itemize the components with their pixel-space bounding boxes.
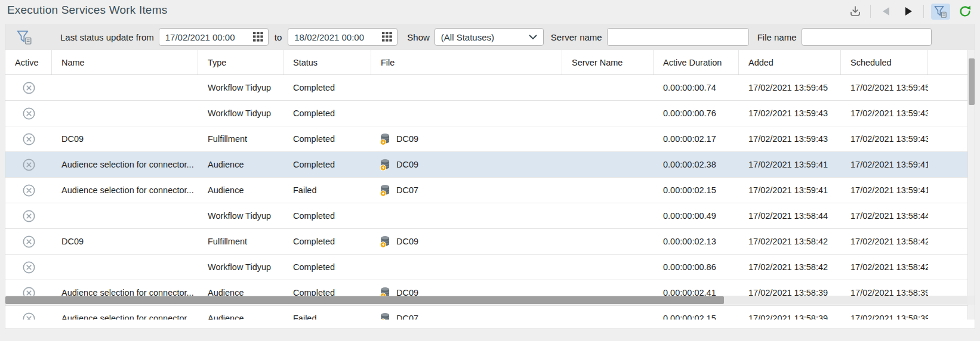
added-cell: 17/02/2021 13:58:42	[739, 229, 841, 254]
cancel-work-item-icon[interactable]	[22, 132, 36, 146]
table-row[interactable]: DC09 Fulfillment Completed DC09 0.00:00:…	[5, 126, 969, 152]
active-cell	[5, 306, 52, 320]
row-filler	[928, 178, 969, 203]
cancel-work-item-icon[interactable]	[22, 107, 36, 120]
column-header-file[interactable]: File	[371, 50, 562, 75]
cancel-work-item-icon[interactable]	[22, 312, 36, 320]
cancel-work-item-icon[interactable]	[22, 209, 36, 223]
export-download-icon[interactable]	[848, 4, 863, 19]
refresh-icon[interactable]	[957, 4, 973, 19]
status-cell: Completed	[283, 126, 371, 151]
added-cell: 17/02/2021 13:59:45	[739, 75, 841, 100]
table-header: Active Name Type Status File Server Name…	[5, 50, 969, 75]
column-header-active[interactable]: Active	[5, 50, 52, 75]
status-cell: Completed	[283, 203, 371, 228]
page-title: Execution Services Work Items	[7, 4, 167, 17]
file-name-text: DC07	[396, 314, 418, 320]
date-from-value: 17/02/2021 00:00	[165, 32, 235, 42]
table-row[interactable]: Audience selection for connector... Audi…	[5, 178, 969, 203]
server-name-cell	[562, 178, 654, 203]
server-name-label: Server name	[551, 32, 602, 42]
server-name-cell	[562, 126, 654, 151]
column-header-scheduled[interactable]: Scheduled	[841, 50, 928, 75]
column-header-server-name[interactable]: Server Name	[562, 50, 654, 75]
cancel-work-item-icon[interactable]	[22, 81, 36, 95]
chevron-down-icon	[529, 35, 537, 40]
scheduled-cell: 17/02/2021 13:58:42	[841, 229, 928, 254]
scrollbar-corner	[967, 296, 975, 305]
column-header-name[interactable]: Name	[52, 50, 198, 75]
calendar-picker-icon[interactable]	[382, 32, 392, 42]
type-cell: Audience	[198, 178, 283, 203]
cancel-work-item-icon[interactable]	[22, 158, 36, 172]
cancel-work-item-icon[interactable]	[22, 261, 36, 274]
name-cell	[52, 75, 198, 100]
name-cell	[52, 101, 198, 126]
column-header-type[interactable]: Type	[198, 50, 283, 75]
table-row[interactable]: Workflow Tidyup Completed 0.00:00:00.74 …	[5, 75, 969, 101]
table-row[interactable]: DC09 Fulfillment Completed DC09 0.00:00:…	[5, 229, 969, 255]
datasource-file-icon	[380, 159, 391, 171]
table-row[interactable]: Workflow Tidyup Completed 0.00:00:00.49 …	[5, 203, 969, 229]
table-row[interactable]: Workflow Tidyup Completed 0.00:00:00.76 …	[5, 101, 969, 126]
status-select[interactable]: (All Statuses)	[434, 28, 544, 46]
added-cell: 17/02/2021 13:58:44	[739, 203, 841, 228]
server-name-input[interactable]	[607, 28, 749, 46]
server-name-cell	[562, 229, 654, 254]
file-name-label: File name	[757, 32, 797, 42]
horizontal-scrollbar[interactable]	[5, 296, 969, 305]
name-cell: DC09	[52, 229, 198, 254]
active-duration-cell: 0.00:00:02.15	[654, 306, 739, 320]
calendar-picker-icon[interactable]	[253, 32, 263, 42]
scheduled-cell: 17/02/2021 13:58:42	[841, 255, 928, 280]
table-row[interactable]: Workflow Tidyup Completed 0.00:00:00.86 …	[5, 255, 969, 280]
date-to-input[interactable]: 18/02/2021 00:00	[288, 28, 397, 46]
file-name-text: DC09	[396, 134, 418, 144]
server-name-cell	[562, 101, 654, 126]
column-header-added[interactable]: Added	[739, 50, 841, 75]
scheduled-cell: 17/02/2021 13:59:41	[841, 178, 928, 203]
active-cell	[5, 203, 52, 228]
type-cell: Audience	[198, 306, 283, 320]
next-page-icon[interactable]	[901, 4, 916, 19]
status-select-value: (All Statuses)	[441, 32, 494, 42]
table-body: Workflow Tidyup Completed 0.00:00:00.74 …	[5, 75, 969, 320]
active-cell	[5, 152, 52, 177]
table-row[interactable]: Audience selection for connector... Audi…	[5, 306, 969, 320]
scheduled-cell: 17/02/2021 13:58:44	[841, 203, 928, 228]
active-duration-cell: 0.00:00:00.86	[654, 255, 739, 280]
column-header-active-duration[interactable]: Active Duration	[654, 50, 739, 75]
date-from-input[interactable]: 17/02/2021 00:00	[159, 28, 269, 46]
horizontal-scrollbar-thumb[interactable]	[5, 296, 724, 304]
file-cell: DC09	[371, 229, 562, 254]
file-cell	[371, 101, 562, 126]
column-header-status[interactable]: Status	[283, 50, 371, 75]
status-cell: Completed	[283, 229, 371, 254]
file-cell	[371, 255, 562, 280]
vertical-scrollbar-thumb[interactable]	[969, 58, 975, 105]
vertical-scrollbar[interactable]	[967, 50, 975, 320]
active-cell	[5, 101, 52, 126]
type-cell: Fulfillment	[198, 229, 283, 254]
type-cell: Workflow Tidyup	[198, 255, 283, 280]
file-name-text: DC07	[396, 185, 418, 195]
previous-page-icon[interactable]	[878, 4, 893, 19]
file-name-input[interactable]	[802, 28, 932, 46]
status-cell: Failed	[283, 306, 371, 320]
status-cell: Completed	[283, 255, 371, 280]
cancel-work-item-icon[interactable]	[22, 184, 36, 197]
cancel-work-item-icon[interactable]	[22, 235, 36, 249]
filter-toggle-button[interactable]	[931, 4, 950, 20]
added-cell: 17/02/2021 13:58:39	[739, 306, 841, 320]
table-row[interactable]: Audience selection for connector... Audi…	[5, 152, 969, 178]
status-cell: Completed	[283, 75, 371, 100]
type-cell: Audience	[198, 152, 283, 177]
titlebar: Execution Services Work Items	[0, 0, 980, 24]
active-duration-cell: 0.00:00:00.49	[654, 203, 739, 228]
name-cell: Audience selection for connector...	[52, 178, 198, 203]
toolbar	[848, 3, 973, 20]
filter-icon	[16, 29, 33, 45]
server-name-cell	[562, 152, 654, 177]
toolbar-divider	[923, 5, 924, 18]
active-duration-cell: 0.00:00:02.38	[654, 152, 739, 177]
